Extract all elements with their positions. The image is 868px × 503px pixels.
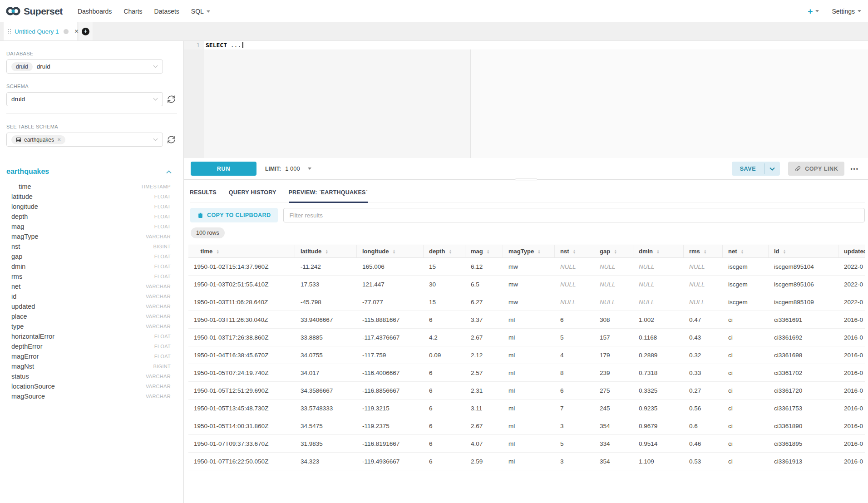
sort-icon[interactable]: ▲▼ xyxy=(656,249,660,254)
grid-cell: -119.3215 xyxy=(357,399,424,417)
editor-code-area[interactable]: SELECT ... xyxy=(204,41,868,158)
grid-column-header[interactable]: rms▲▼ xyxy=(684,245,723,257)
pane-divider xyxy=(184,179,868,180)
grid-column-header[interactable]: mag▲▼ xyxy=(465,245,503,257)
nav-charts[interactable]: Charts xyxy=(118,8,148,15)
schema-column-name: rms xyxy=(11,273,22,280)
copy-link-button[interactable]: COPY LINK xyxy=(788,162,844,176)
tab-results[interactable]: RESULTS xyxy=(190,189,217,202)
table-select[interactable]: earthquakes ✕ xyxy=(6,133,163,147)
grid-column-header[interactable]: net▲▼ xyxy=(723,245,769,257)
sort-icon[interactable]: ▲▼ xyxy=(325,249,328,254)
schema-column-type: FLOAT xyxy=(154,194,171,199)
grid-column-header[interactable]: updated▲▼ xyxy=(838,245,865,257)
grid-cell: 1950-01-05T13:45:48.730Z xyxy=(188,399,295,417)
schema-select[interactable]: druid xyxy=(6,92,163,106)
sort-icon[interactable]: ▲▼ xyxy=(393,249,396,254)
grid-cell: 0.56 xyxy=(684,399,723,417)
drag-handle-icon[interactable] xyxy=(8,29,11,34)
grid-column-header[interactable]: nst▲▼ xyxy=(555,245,594,257)
grid-cell: ml xyxy=(503,329,555,346)
nav-dashboards[interactable]: Dashboards xyxy=(72,8,118,15)
grid-column-header[interactable]: gap▲▼ xyxy=(594,245,633,257)
results-grid: __time▲▼latitude▲▼longitude▲▼depth▲▼mag▲… xyxy=(188,245,865,470)
grid-cell: 2022-0 xyxy=(838,293,865,311)
refresh-schema-icon[interactable] xyxy=(167,95,176,104)
grid-cell: 2016-0 xyxy=(838,435,865,452)
grid-cell: 6 xyxy=(424,399,465,417)
sql-text[interactable]: SELECT ... xyxy=(204,41,243,49)
filter-results-input[interactable] xyxy=(283,208,865,222)
schema-column-row: typeVARCHAR xyxy=(6,321,177,331)
grid-cell: 2016-0 xyxy=(838,311,865,328)
schema-column-row: latitudeFLOAT xyxy=(6,192,177,202)
sort-icon[interactable]: ▲▼ xyxy=(614,249,617,254)
superset-logo-icon[interactable] xyxy=(5,5,21,17)
row-count-badge: 100 rows xyxy=(191,227,225,238)
grid-column-header[interactable]: id▲▼ xyxy=(769,245,838,257)
sort-icon[interactable]: ▲▼ xyxy=(704,249,707,254)
grid-cell: 2022-0 xyxy=(838,258,865,275)
run-button[interactable]: RUN xyxy=(191,162,256,176)
schema-column-name: gap xyxy=(11,253,22,260)
grid-cell: 334 xyxy=(594,435,633,452)
sort-icon[interactable]: ▲▼ xyxy=(538,249,541,254)
print-margin-ruler xyxy=(470,49,471,158)
grid-column-header[interactable]: depth▲▼ xyxy=(424,245,465,257)
grid-column-header[interactable]: dmin▲▼ xyxy=(633,245,684,257)
resize-handle[interactable] xyxy=(515,178,537,181)
collapse-chevron-up-icon[interactable] xyxy=(166,168,172,176)
sort-icon[interactable]: ▲▼ xyxy=(741,249,744,254)
sort-icon[interactable]: ▲▼ xyxy=(487,249,490,254)
tab-query-history[interactable]: QUERY HISTORY xyxy=(229,189,276,202)
refresh-table-icon[interactable] xyxy=(167,135,176,144)
query-tab-bar: Untitled Query 1 ✕ + xyxy=(0,22,868,41)
nav-sql[interactable]: SQL xyxy=(185,8,216,15)
sort-icon[interactable]: ▲▼ xyxy=(783,249,786,254)
grid-cell: 0.3325 xyxy=(633,382,684,399)
limit-dropdown[interactable]: LIMIT: 1 000 xyxy=(265,165,311,172)
schema-column-type: VARCHAR xyxy=(146,284,171,289)
tab-preview-earthquakes[interactable]: PREVIEW: `EARTHQUAKES` xyxy=(289,189,368,203)
main-nav: Dashboards Charts Datasets SQL xyxy=(72,8,216,15)
schema-column-row: magTypeVARCHAR xyxy=(6,232,177,242)
grid-cell: 0.32 xyxy=(684,346,723,364)
settings-menu[interactable]: Settings xyxy=(832,8,861,15)
save-button[interactable]: SAVE xyxy=(732,162,764,176)
sort-icon[interactable]: ▲▼ xyxy=(449,249,452,254)
sql-editor[interactable]: 1 SELECT ... xyxy=(184,41,868,158)
new-item-menu[interactable]: + xyxy=(808,6,819,16)
close-tab-icon[interactable]: ✕ xyxy=(74,28,79,35)
more-actions-icon[interactable]: ••• xyxy=(850,166,859,172)
grid-cell: ml xyxy=(503,382,555,399)
schema-column-row: netVARCHAR xyxy=(6,281,177,291)
grid-cell: 2016-0 xyxy=(838,329,865,346)
table-pill[interactable]: earthquakes ✕ xyxy=(11,135,65,144)
grid-cell: 3.37 xyxy=(465,311,503,328)
grid-column-header[interactable]: longitude▲▼ xyxy=(357,245,424,257)
sort-icon[interactable]: ▲▼ xyxy=(216,249,219,254)
schema-column-row: placeVARCHAR xyxy=(6,311,177,321)
query-state-dot xyxy=(64,29,69,34)
remove-table-icon[interactable]: ✕ xyxy=(57,137,61,142)
line-number: 1 xyxy=(184,41,204,49)
grid-cell: ml xyxy=(503,399,555,417)
grid-column-header[interactable]: latitude▲▼ xyxy=(295,245,357,257)
schema-column-name: id xyxy=(11,293,16,300)
grid-cell: ci3361692 xyxy=(769,329,838,346)
nav-datasets[interactable]: Datasets xyxy=(148,8,185,15)
grid-cell: ml xyxy=(503,364,555,381)
grid-column-header[interactable]: __time▲▼ xyxy=(188,245,295,257)
grid-cell: 2016-0 xyxy=(838,399,865,417)
grid-cell: 1950-01-05T12:51:29.690Z xyxy=(188,382,295,399)
tab-untitled-query[interactable]: Untitled Query 1 ✕ xyxy=(4,22,77,40)
table-name-title[interactable]: earthquakes xyxy=(6,168,49,176)
copy-to-clipboard-button[interactable]: COPY TO CLIPBOARD xyxy=(190,208,278,222)
new-tab-button[interactable]: + xyxy=(79,22,93,40)
save-options-chevron[interactable] xyxy=(764,162,780,176)
database-select[interactable]: druid druid xyxy=(6,59,163,74)
grid-body: 1950-01-02T15:14:37.960Z-11.242165.00615… xyxy=(188,258,865,470)
brand-name[interactable]: Superset xyxy=(24,6,63,17)
grid-column-header[interactable]: magType▲▼ xyxy=(503,245,555,257)
sort-icon[interactable]: ▲▼ xyxy=(573,249,576,254)
